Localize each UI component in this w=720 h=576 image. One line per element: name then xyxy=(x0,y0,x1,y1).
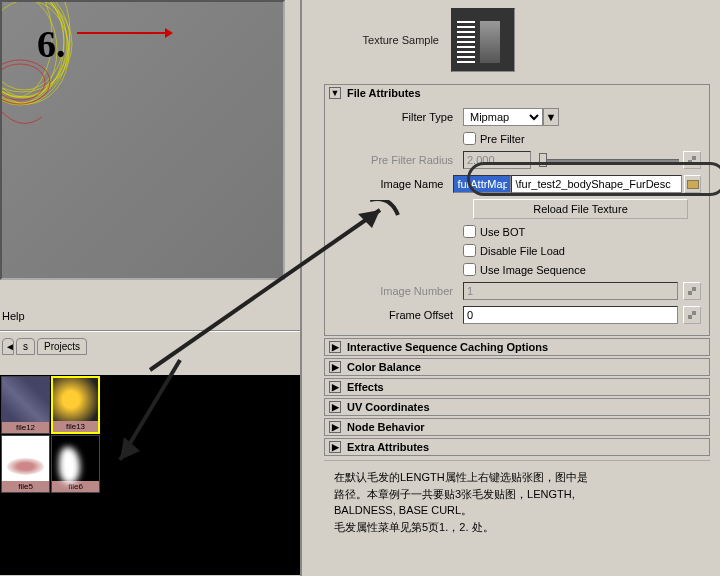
texture-thumbnail[interactable]: file5 xyxy=(1,435,50,493)
use-bot-label: Use BOT xyxy=(476,226,525,238)
hypershade-tabs: ◄ s Projects xyxy=(2,338,87,355)
image-name-selection[interactable] xyxy=(453,175,511,193)
axis-arrow xyxy=(77,32,167,34)
section-title: Interactive Sequence Caching Options xyxy=(347,341,548,353)
section-title: Extra Attributes xyxy=(347,441,429,453)
note-line: 毛发属性菜单见第5页1.，2. 处。 xyxy=(334,519,700,536)
pre-filter-radius-slider[interactable] xyxy=(539,153,679,167)
expand-icon: ▶ xyxy=(329,421,341,433)
section-header[interactable]: ▶Node Behavior xyxy=(325,419,709,435)
image-name-path[interactable]: \fur_test2_bodyShape_FurDesc xyxy=(511,175,682,193)
file-attributes-section: ▼ File Attributes Filter Type Mipmap ▼ P… xyxy=(324,84,710,336)
map-button[interactable] xyxy=(683,282,701,300)
folder-icon xyxy=(687,180,699,189)
pre-filter-radius-label: Pre Filter Radius xyxy=(333,154,463,166)
section-title: UV Coordinates xyxy=(347,401,430,413)
map-button[interactable] xyxy=(683,151,701,169)
filter-type-select[interactable]: Mipmap xyxy=(463,108,543,126)
section-collapsed: ▶Extra Attributes xyxy=(324,438,710,456)
viewport-3d[interactable]: 6. xyxy=(0,0,285,280)
tab-projects[interactable]: Projects xyxy=(37,338,87,355)
use-image-sequence-checkbox[interactable] xyxy=(463,263,476,276)
texture-sample-label: Texture Sample xyxy=(336,34,451,46)
dropdown-icon[interactable]: ▼ xyxy=(543,108,559,126)
separator xyxy=(0,330,300,332)
section-title: Effects xyxy=(347,381,384,393)
section-header[interactable]: ▶Color Balance xyxy=(325,359,709,375)
expand-icon: ▶ xyxy=(329,401,341,413)
filter-type-label: Filter Type xyxy=(333,111,463,123)
texture-browser: file12 file13 file5 file6 xyxy=(0,375,300,575)
texture-sample-swatch[interactable] xyxy=(451,8,515,72)
thumb-label: file13 xyxy=(53,421,98,432)
expand-icon: ▶ xyxy=(329,341,341,353)
expand-icon: ▶ xyxy=(329,361,341,373)
section-collapsed: ▶Node Behavior xyxy=(324,418,710,436)
expand-icon: ▶ xyxy=(329,441,341,453)
thumb-label: file5 xyxy=(2,481,49,492)
image-number-input xyxy=(463,282,678,300)
pre-filter-label: Pre Filter xyxy=(476,133,525,145)
section-collapsed: ▶Effects xyxy=(324,378,710,396)
section-collapsed: ▶UV Coordinates xyxy=(324,398,710,416)
tab-item[interactable]: s xyxy=(16,338,35,355)
thumb-label: file12 xyxy=(2,422,49,433)
use-bot-checkbox[interactable] xyxy=(463,225,476,238)
note-line: 在默认毛发的LENGTH属性上右键选贴张图，图中是 xyxy=(334,469,700,486)
texture-thumbnail[interactable]: file13 xyxy=(51,376,100,434)
tab-scroll-left[interactable]: ◄ xyxy=(2,338,14,355)
map-button[interactable] xyxy=(683,306,701,324)
section-title: Color Balance xyxy=(347,361,421,373)
reload-file-texture-button[interactable]: Reload File Texture xyxy=(473,199,688,219)
section-header[interactable]: ▶Extra Attributes xyxy=(325,439,709,455)
texture-thumbnail[interactable]: file6 xyxy=(51,435,100,493)
texture-thumbnail[interactable]: file12 xyxy=(1,376,50,434)
step-number: 6. xyxy=(37,22,66,66)
note-line: 路径。本章例子一共要贴3张毛发贴图，LENGTH, xyxy=(334,486,700,503)
note-line: BALDNESS, BASE CURL。 xyxy=(334,502,700,519)
section-header[interactable]: ▼ File Attributes xyxy=(325,85,709,101)
disable-file-load-label: Disable File Load xyxy=(476,245,565,257)
section-collapsed: ▶Color Balance xyxy=(324,358,710,376)
section-title: Node Behavior xyxy=(347,421,425,433)
image-number-label: Image Number xyxy=(333,285,463,297)
disable-file-load-checkbox[interactable] xyxy=(463,244,476,257)
section-header[interactable]: ▶Interactive Sequence Caching Options xyxy=(325,339,709,355)
image-name-label: Image Name xyxy=(333,178,453,190)
browse-button[interactable] xyxy=(684,175,701,193)
collapse-icon: ▼ xyxy=(329,87,341,99)
attribute-editor: Texture Sample ▼ File Attributes Filter … xyxy=(300,0,720,576)
use-image-sequence-label: Use Image Sequence xyxy=(476,264,586,276)
pre-filter-radius-input xyxy=(463,151,531,169)
thumb-label: file6 xyxy=(52,481,99,492)
section-title: File Attributes xyxy=(347,87,421,99)
help-menu[interactable]: Help xyxy=(2,310,25,322)
pre-filter-checkbox[interactable] xyxy=(463,132,476,145)
frame-offset-label: Frame Offset xyxy=(333,309,463,321)
section-collapsed: ▶Interactive Sequence Caching Options xyxy=(324,338,710,356)
frame-offset-input[interactable] xyxy=(463,306,678,324)
section-header[interactable]: ▶Effects xyxy=(325,379,709,395)
section-header[interactable]: ▶UV Coordinates xyxy=(325,399,709,415)
expand-icon: ▶ xyxy=(329,381,341,393)
annotation-note: 在默认毛发的LENGTH属性上右键选贴张图，图中是 路径。本章例子一共要贴3张毛… xyxy=(324,460,710,543)
